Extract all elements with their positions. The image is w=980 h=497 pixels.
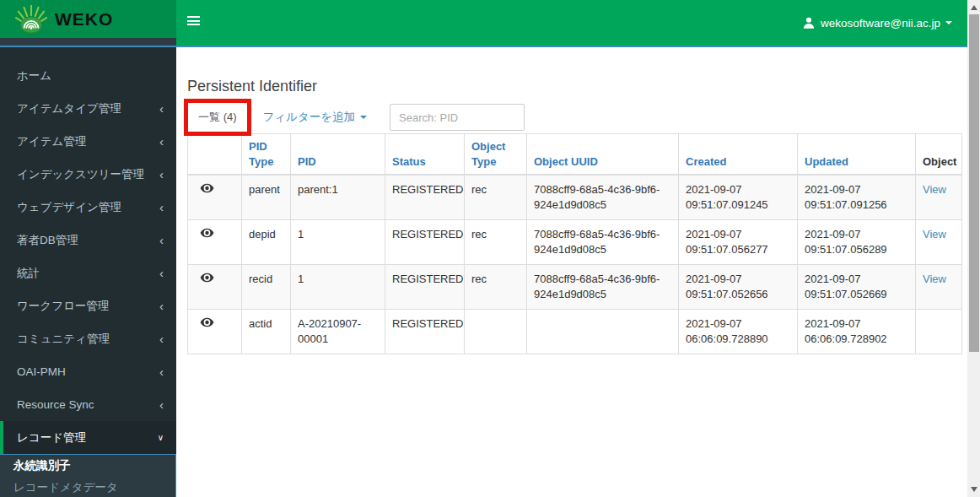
sidebar-item[interactable]: アイテムタイプ管理‹ xyxy=(0,92,176,125)
chevron-left-icon: ‹ xyxy=(159,401,164,409)
cell-object-uuid: 7088cff9-68a5-4c36-9bf6-924e1d9d08c5 xyxy=(527,220,679,265)
app-logo[interactable]: WEKO xyxy=(0,0,176,38)
cell-object-type: rec xyxy=(465,265,527,310)
cell-pid-type: actid xyxy=(242,310,291,354)
column-header[interactable]: PID Type xyxy=(242,134,291,176)
cell-created: 2021-09-07 09:51:07.052656 xyxy=(679,265,798,310)
sidebar-subitem[interactable]: 永続識別子 xyxy=(0,455,175,477)
table-row: recid1REGISTEREDrec7088cff9-68a5-4c36-9b… xyxy=(188,265,962,310)
cell-updated: 2021-09-07 06:06:09.728902 xyxy=(798,310,916,354)
cell-updated: 2021-09-07 09:51:07.091256 xyxy=(798,175,916,220)
annotation-highlight-box: 一覧 (4) xyxy=(184,99,251,136)
table-row: actidA-20210907-00001REGISTERED2021-09-0… xyxy=(188,310,962,354)
cell-updated: 2021-09-07 09:51:07.052669 xyxy=(798,265,916,310)
cell-status: REGISTERED xyxy=(385,220,465,265)
sidebar-item[interactable]: レコード管理∨ xyxy=(0,421,176,454)
main-content: Persistent Identifier 一覧 (4) フィルターを追加 PI… xyxy=(176,47,967,497)
brand-name: WEKO xyxy=(55,9,113,30)
cell-object-uuid xyxy=(527,310,679,354)
sidebar-item[interactable]: ウェブデザイン管理‹ xyxy=(0,191,176,224)
tab-list-label: 一覧 xyxy=(198,111,220,123)
user-menu[interactable]: wekosoftware@nii.ac.jp xyxy=(803,0,952,46)
chevron-left-icon: ‹ xyxy=(159,138,164,146)
cell-pid-type: depid xyxy=(242,220,291,265)
sidebar-item[interactable]: OAI-PMH‹ xyxy=(0,355,176,388)
cell-pid-type: recid xyxy=(242,265,291,310)
tab-list[interactable]: 一覧 (4) xyxy=(188,103,247,132)
table-row: depid1REGISTEREDrec7088cff9-68a5-4c36-9b… xyxy=(188,220,962,265)
column-header[interactable]: Status xyxy=(385,134,465,176)
cell-status: REGISTERED xyxy=(385,310,465,354)
sidebar-item[interactable]: ワークフロー管理‹ xyxy=(0,289,176,322)
cell-pid: parent:1 xyxy=(291,175,385,220)
cell-status: REGISTERED xyxy=(385,175,465,220)
chevron-left-icon: ‹ xyxy=(159,105,164,113)
eye-icon[interactable] xyxy=(195,272,214,287)
column-header[interactable]: Object UUID xyxy=(527,134,679,176)
sidebar-subitem[interactable]: レコードメタデータ xyxy=(0,477,175,497)
cell-object-type: rec xyxy=(465,220,527,265)
navbar: wekosoftware@nii.ac.jp xyxy=(176,0,967,46)
cell-status: REGISTERED xyxy=(385,265,465,310)
sidebar-toggle-button[interactable] xyxy=(187,16,200,27)
cell-created: 2021-09-07 09:51:07.091245 xyxy=(679,175,798,220)
sidebar-item[interactable]: コミュニティ管理‹ xyxy=(0,322,176,355)
eye-icon[interactable] xyxy=(195,227,214,242)
add-filter-label: フィルターを追加 xyxy=(263,110,356,125)
page-title: Persistent Identifier xyxy=(187,78,967,95)
view-object-link[interactable]: View xyxy=(923,228,946,240)
toolbar: 一覧 (4) フィルターを追加 xyxy=(187,99,967,136)
column-header[interactable]: Updated xyxy=(798,134,916,176)
sidebar: ホームアイテムタイプ管理‹アイテム管理‹インデックスツリー管理‹ウェブデザイン管… xyxy=(0,47,176,497)
chevron-down-icon: ∨ xyxy=(158,434,164,442)
cell-pid: 1 xyxy=(291,220,385,265)
cell-pid-type: parent xyxy=(242,175,291,220)
user-icon xyxy=(803,17,815,29)
scrollbar-thumb[interactable] xyxy=(969,14,979,352)
column-header[interactable]: Created xyxy=(679,134,798,176)
cell-object-uuid: 7088cff9-68a5-4c36-9bf6-924e1d9d08c5 xyxy=(527,175,679,220)
column-header: Object xyxy=(916,134,962,176)
eye-icon[interactable] xyxy=(195,316,214,332)
cell-pid: 1 xyxy=(291,265,385,310)
top-header: wekosoftware@nii.ac.jp xyxy=(0,0,967,47)
chevron-left-icon: ‹ xyxy=(159,335,164,343)
table-header-row: PID TypePIDStatusObject TypeObject UUIDC… xyxy=(188,134,962,176)
chevron-left-icon: ‹ xyxy=(159,203,164,212)
cell-pid: A-20210907-00001 xyxy=(291,310,385,354)
eye-icon[interactable] xyxy=(195,182,214,197)
chevron-left-icon: ‹ xyxy=(159,236,164,245)
weko-logo-icon xyxy=(15,4,47,35)
add-filter-dropdown[interactable]: フィルターを追加 xyxy=(263,110,368,125)
sidebar-item[interactable]: 統計‹ xyxy=(0,257,176,289)
table-row: parentparent:1REGISTEREDrec7088cff9-68a5… xyxy=(188,175,962,220)
cell-created: 2021-09-07 09:51:07.056277 xyxy=(679,220,798,265)
cell-object-type xyxy=(465,310,527,354)
scrollbar-down-arrow[interactable] xyxy=(971,487,977,492)
caret-down-icon xyxy=(945,21,952,24)
caret-down-icon xyxy=(360,116,367,119)
sidebar-item[interactable]: 著者DB管理‹ xyxy=(0,224,176,257)
chevron-left-icon: ‹ xyxy=(159,170,164,179)
column-header[interactable]: Object Type xyxy=(465,134,527,176)
chevron-left-icon: ‹ xyxy=(159,368,164,376)
cell-created: 2021-09-07 06:06:09.728890 xyxy=(679,310,798,354)
search-input[interactable] xyxy=(390,104,525,131)
view-object-link[interactable]: View xyxy=(923,183,946,196)
column-header xyxy=(188,134,242,176)
column-header[interactable]: PID xyxy=(291,134,385,176)
header-accent-line xyxy=(0,46,967,47)
user-email: wekosoftware@nii.ac.jp xyxy=(821,17,940,30)
cell-updated: 2021-09-07 09:51:07.056289 xyxy=(798,220,916,265)
page-scrollbar[interactable] xyxy=(967,0,980,497)
sidebar-item[interactable]: インデックスツリー管理‹ xyxy=(0,158,176,191)
sidebar-item[interactable]: ホーム xyxy=(0,59,176,92)
tab-list-count: (4) xyxy=(223,111,237,123)
record-management-submenu: 永続識別子レコードメタデータ xyxy=(0,454,176,497)
cell-object-type: rec xyxy=(465,175,527,220)
scrollbar-up-arrow[interactable] xyxy=(971,5,977,10)
view-object-link[interactable]: View xyxy=(923,273,946,285)
sidebar-item[interactable]: Resource Sync‹ xyxy=(0,388,176,421)
cell-object-uuid: 7088cff9-68a5-4c36-9bf6-924e1d9d08c5 xyxy=(527,265,679,310)
sidebar-item[interactable]: アイテム管理‹ xyxy=(0,125,176,158)
